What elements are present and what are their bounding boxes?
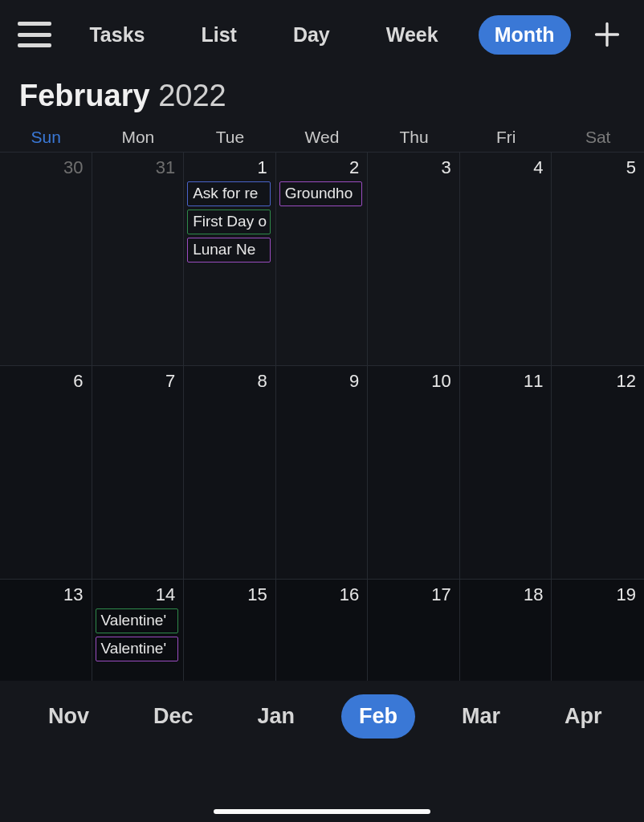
day-number: 16 — [279, 584, 363, 608]
day-number: 3 — [371, 157, 454, 181]
calendar-cell[interactable]: 17 — [368, 579, 460, 690]
page-title: February 2022 — [0, 69, 644, 128]
tab-list[interactable]: List — [185, 15, 252, 55]
day-number: 17 — [371, 584, 454, 608]
day-header: Thu — [368, 128, 460, 147]
day-number: 2 — [279, 157, 363, 181]
calendar-grid: 30311Ask for reFirst Day oLunar Ne2Groun… — [0, 152, 644, 690]
day-number: 11 — [463, 371, 547, 395]
day-number: 30 — [3, 157, 87, 181]
calendar-event[interactable]: Ask for re — [187, 181, 271, 206]
view-switcher: Tasks List Day Week Month — [51, 15, 593, 55]
event-list: Ask for reFirst Day oLunar Ne — [187, 181, 271, 262]
event-list: Groundho — [279, 181, 363, 206]
calendar-event[interactable]: First Day o — [187, 210, 271, 234]
day-number: 4 — [463, 157, 547, 181]
day-number: 5 — [555, 157, 639, 181]
day-header: Sat — [552, 128, 644, 147]
month-feb[interactable]: Feb — [341, 694, 415, 739]
calendar-cell[interactable]: 15 — [184, 579, 276, 690]
calendar-cell[interactable]: 31 — [92, 152, 185, 365]
tab-month[interactable]: Month — [479, 15, 571, 55]
calendar-cell[interactable]: 30 — [0, 152, 92, 365]
day-header: Sun — [0, 128, 92, 147]
day-number: 10 — [371, 371, 454, 395]
day-header: Tue — [184, 128, 276, 147]
top-bar: Tasks List Day Week Month — [0, 0, 644, 69]
day-number: 13 — [3, 584, 87, 608]
day-header: Mon — [92, 128, 185, 147]
calendar-event[interactable]: Groundho — [279, 181, 363, 206]
day-number: 8 — [187, 371, 271, 395]
day-number: 19 — [555, 584, 639, 608]
day-number: 14 — [96, 584, 179, 608]
tab-tasks[interactable]: Tasks — [73, 15, 161, 55]
day-number: 9 — [279, 371, 363, 395]
add-icon[interactable] — [593, 20, 622, 49]
calendar-cell[interactable]: 1Ask for reFirst Day oLunar Ne — [184, 152, 276, 365]
tab-week[interactable]: Week — [370, 15, 454, 55]
calendar-event[interactable]: Valentine' — [96, 637, 179, 661]
month-mar[interactable]: Mar — [444, 694, 518, 739]
day-number: 6 — [3, 371, 87, 395]
menu-icon[interactable] — [18, 22, 51, 47]
day-number: 12 — [555, 371, 639, 395]
calendar-cell[interactable]: 19 — [552, 579, 644, 690]
month-name: February — [19, 79, 150, 112]
day-number: 7 — [96, 371, 179, 395]
event-list: Valentine'Valentine' — [96, 608, 179, 661]
day-header: Wed — [276, 128, 369, 147]
calendar-cell[interactable]: 12 — [552, 365, 644, 579]
calendar-cell[interactable]: 3 — [368, 152, 460, 365]
calendar-event[interactable]: Lunar Ne — [187, 238, 271, 262]
calendar-cell[interactable]: 14Valentine'Valentine' — [92, 579, 185, 690]
day-number: 18 — [463, 584, 547, 608]
month-apr[interactable]: Apr — [547, 694, 620, 739]
calendar-cell[interactable]: 7 — [92, 365, 185, 579]
day-header-row: Sun Mon Tue Wed Thu Fri Sat — [0, 128, 644, 152]
calendar-cell[interactable]: 2Groundho — [276, 152, 369, 365]
calendar-cell[interactable]: 8 — [184, 365, 276, 579]
month-scroller[interactable]: t Nov Dec Jan Feb Mar Apr May J — [0, 681, 644, 751]
day-header: Fri — [460, 128, 552, 147]
day-number: 1 — [187, 157, 271, 181]
calendar-cell[interactable]: 10 — [368, 365, 460, 579]
calendar-cell[interactable]: 13 — [0, 579, 92, 690]
calendar-cell[interactable]: 5 — [552, 152, 644, 365]
calendar-event[interactable]: Valentine' — [96, 608, 179, 633]
calendar-cell[interactable]: 6 — [0, 365, 92, 579]
month-dec[interactable]: Dec — [136, 694, 211, 739]
home-indicator[interactable] — [214, 809, 430, 814]
calendar-cell[interactable]: 18 — [460, 579, 552, 690]
calendar-cell[interactable]: 16 — [276, 579, 369, 690]
day-number: 31 — [96, 157, 179, 181]
year: 2022 — [158, 79, 226, 112]
calendar-cell[interactable]: 9 — [276, 365, 369, 579]
month-nov[interactable]: Nov — [31, 694, 107, 739]
tab-day[interactable]: Day — [277, 15, 346, 55]
calendar-cell[interactable]: 11 — [460, 365, 552, 579]
day-number: 15 — [187, 584, 271, 608]
calendar-cell[interactable]: 4 — [460, 152, 552, 365]
month-jan[interactable]: Jan — [240, 694, 313, 739]
